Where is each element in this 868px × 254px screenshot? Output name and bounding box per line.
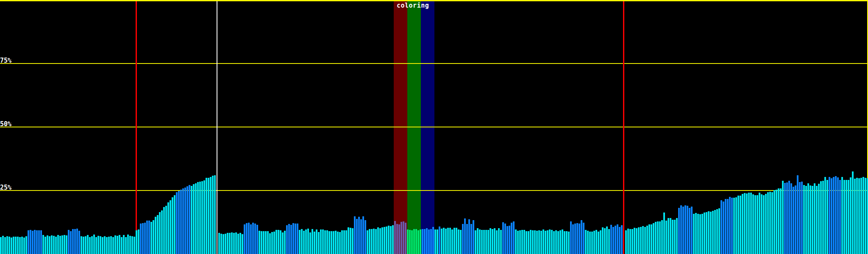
chart-title: coloring — [397, 2, 429, 9]
text-layer: coloring 75%50%25% — [0, 0, 868, 254]
profiler-usage-graph: coloring 75%50%25% — [0, 0, 868, 254]
y-axis-label: 75% — [0, 58, 11, 64]
y-axis-label: 50% — [0, 121, 11, 127]
y-axis-label: 25% — [0, 185, 11, 190]
